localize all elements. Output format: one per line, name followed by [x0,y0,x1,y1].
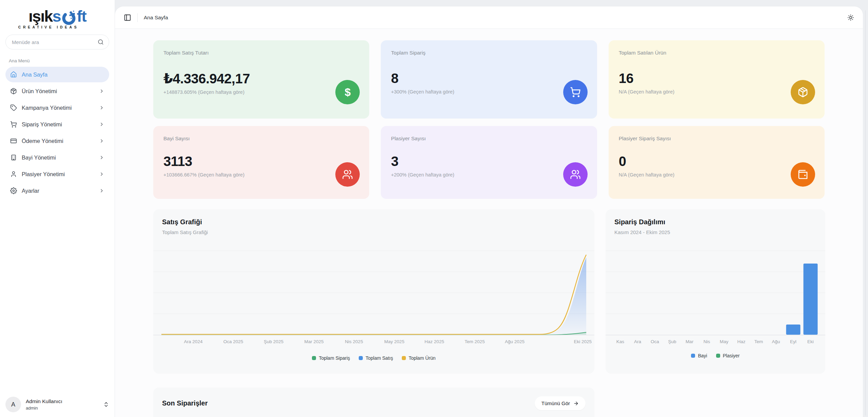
view-all-label: Tümünü Gör [541,400,570,406]
x-tick: Eyl [785,339,802,344]
chevron-right-icon [99,88,104,94]
legend-item[interactable]: Toplam Sipariş [312,355,350,361]
order-distribution-x-axis: Kas Ara Oca Şub Mar Nis May Haz Tem Ağu … [606,339,825,344]
users-icon [563,162,588,187]
page-title: Ana Sayfa [144,15,168,21]
chevron-right-icon [99,105,104,110]
chevron-right-icon [99,138,104,144]
stat-subtitle: N/A (Geçen haftaya göre) [619,172,814,178]
app-logo: ışıksft CREATIVE IDEAS [5,8,109,29]
charts-row: Satış Grafiği Toplam Satış Grafiği [153,209,825,374]
stat-title: Toplam Sipariş [391,50,587,56]
chevrons-up-down-icon [103,401,109,408]
theme-toggle-sun-icon[interactable] [847,14,854,21]
x-tick: May 2025 [384,339,404,344]
sidebar-item-ayarlar[interactable]: Ayarlar [5,183,109,199]
sidebar-item-kampanya-yonetimi[interactable]: Kampanya Yönetimi [5,100,109,116]
credit-card-icon [10,138,17,144]
x-tick: Şub 2025 [264,339,283,344]
logo-o-icon [61,9,77,25]
sidebar-item-bayi-yonetimi[interactable]: Bayi Yönetimi [5,150,109,165]
x-tick: Haz [733,339,750,344]
sidebar-item-label: Ana Sayfa [22,71,47,78]
chevron-right-icon [99,171,104,177]
stat-value: ₺4.336.942,17 [163,71,359,86]
legend-dot [359,356,363,360]
sidebar-item-siparis-yonetimi[interactable]: Sipariş Yönetimi [5,117,109,132]
x-tick: Ağu [767,339,785,344]
sales-chart-legend: Toplam Sipariş Toplam Satış Toplam Ürün [153,355,594,361]
legend-item[interactable]: Plasiyer [716,353,740,358]
logo-text-ft: ft [77,8,86,24]
legend-label: Bayi [698,353,707,358]
sidebar-item-ana-sayfa[interactable]: Ana Sayfa [5,67,109,82]
sales-chart-plot [153,241,594,337]
menu-search-input[interactable] [5,35,109,49]
x-tick: Eki 2025 [574,339,592,344]
chevron-right-icon [99,155,104,160]
stat-value: 8 [391,71,587,86]
x-tick: Nis [698,339,715,344]
stat-card-plasiyer-siparis-sayisi: Plasiyer Sipariş Sayısı 0 N/A (Geçen haf… [609,126,825,199]
sidebar-item-plasiyer-yonetimi[interactable]: Plasiyer Yönetimi [5,166,109,182]
sidebar-item-odeme-yonetimi[interactable]: Ödeme Yönetimi [5,133,109,149]
user-icon [10,171,17,178]
x-tick: Ağu 2025 [505,339,525,344]
scrollbar[interactable] [865,10,866,416]
sidebar-item-label: Sipariş Yönetimi [22,121,62,128]
chart-subtitle: Kasım 2024 - Ekim 2025 [614,229,816,235]
user-menu[interactable]: A Admin Kullanıcı admin [5,397,109,412]
stat-value: 16 [619,71,814,86]
wallet-icon [791,162,815,187]
stat-card-toplam-siparis: Toplam Sipariş 8 +300% (Geçen haftaya gö… [381,40,597,119]
chevron-right-icon [99,122,104,127]
legend-item[interactable]: Toplam Ürün [402,355,435,361]
stat-value: 0 [619,154,814,169]
x-tick: Şub [664,339,681,344]
dollar-icon: $ [335,80,360,104]
legend-item[interactable]: Toplam Satış [359,355,393,361]
x-tick: May [715,339,733,344]
stat-subtitle: +300% (Geçen haftaya göre) [391,89,587,95]
chart-title: Satış Grafiği [162,218,586,226]
stat-title: Bayi Sayısı [163,135,359,142]
sidebar-item-label: Bayi Yönetimi [22,154,56,161]
tag-icon [10,104,17,111]
x-tick: Nis 2025 [345,339,363,344]
x-tick: Mar 2025 [304,339,323,344]
x-tick: Kas [612,339,629,344]
legend-dot [402,356,406,360]
x-tick: Mar [681,339,698,344]
view-all-button[interactable]: Tümünü Gör [535,396,586,410]
stat-value: 3 [391,154,587,169]
sidebar-item-label: Ürün Yönetimi [22,88,57,95]
stat-card-toplam-satilan-urun: Toplam Satılan Ürün 16 N/A (Geçen haftay… [609,40,825,119]
stat-title: Plasiyer Sipariş Sayısı [619,135,814,142]
chart-title: Sipariş Dağılımı [614,218,816,226]
topbar: Ana Sayfa [115,6,863,29]
x-tick: Eki [802,339,819,344]
package-icon [791,80,815,104]
stat-subtitle: +200% (Geçen haftaya göre) [391,172,587,178]
sidebar-nav: Ana Sayfa Ürün Yönetimi Kampanya Yönetim… [5,67,109,199]
x-tick: Tem [750,339,767,344]
sidebar-toggle-icon[interactable] [124,14,131,21]
sales-chart-x-axis: Ara 2024 Oca 2025 Şub 2025 Mar 2025 Nis … [153,339,594,347]
dashboard-content: Toplam Satış Tutarı ₺4.336.942,17 +14887… [115,29,863,417]
recent-orders-title: Son Siparişler [162,399,208,407]
stat-subtitle: N/A (Geçen haftaya göre) [619,89,814,95]
sales-chart-card: Satış Grafiği Toplam Satış Grafiği [153,209,594,374]
order-distribution-chart-card: Sipariş Dağılımı Kasım 2024 - Ekim 2025 … [606,209,825,374]
sidebar-item-urun-yonetimi[interactable]: Ürün Yönetimi [5,83,109,99]
stat-title: Toplam Satılan Ürün [619,50,814,56]
topbar-divider [137,13,138,22]
legend-item[interactable]: Bayi [691,353,707,358]
stat-subtitle: +148873.605% (Geçen haftaya göre) [163,89,359,95]
cart-icon [563,80,588,104]
building-icon [10,154,17,161]
sidebar-item-label: Ayarlar [22,188,39,194]
legend-label: Toplam Satış [366,355,393,361]
search-icon [98,39,104,45]
x-tick: Oca 2025 [223,339,243,344]
order-distribution-legend: Bayi Plasiyer [606,353,825,358]
